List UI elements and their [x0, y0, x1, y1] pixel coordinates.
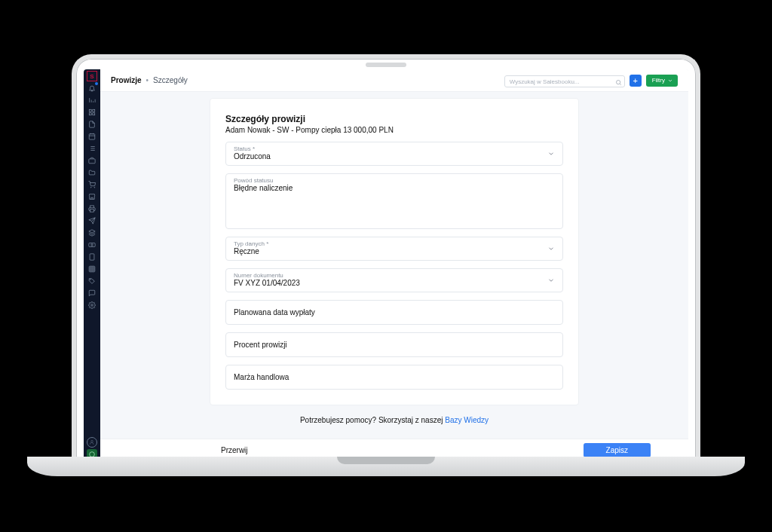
nav-layers-icon[interactable]: [87, 228, 97, 238]
chevron-down-icon: [547, 147, 555, 161]
card-title: Szczegóły prowizji: [225, 114, 563, 124]
search-input[interactable]: [504, 75, 625, 87]
nav-settings-icon[interactable]: [87, 300, 97, 310]
svg-rect-11: [90, 254, 94, 260]
data-type-value: Ręczne: [234, 247, 555, 255]
doc-number-value: FV XYZ 01/04/2023: [234, 279, 555, 287]
payout-date-field[interactable]: Planowana data wypłaty: [225, 300, 563, 325]
search: [504, 73, 625, 88]
nav-grid-icon[interactable]: [87, 264, 97, 274]
margin-placeholder: Marża handlowa: [234, 370, 555, 384]
chevron-down-icon: [547, 274, 555, 287]
breadcrumb-sep: •: [146, 76, 149, 84]
svg-rect-5: [89, 159, 95, 164]
nav-folder-icon[interactable]: [87, 167, 97, 178]
cancel-button[interactable]: Przerwij: [221, 446, 248, 454]
svg-rect-9: [89, 243, 95, 247]
breadcrumb: Prowizje • Szczegóły: [111, 76, 188, 84]
status-label: Status *: [234, 145, 555, 152]
svg-rect-3: [93, 113, 95, 115]
sidebar: S: [84, 69, 100, 461]
nav-chat-icon[interactable]: [87, 288, 97, 298]
nav-device-icon[interactable]: [87, 252, 97, 262]
detail-card: Szczegóły prowizji Adam Nowak - SW - Pom…: [210, 98, 579, 405]
svg-point-10: [91, 244, 93, 246]
nav-calendar-icon[interactable]: [87, 131, 97, 142]
svg-rect-1: [93, 109, 95, 112]
main: Prowizje • Szczegóły + Filtry: [100, 69, 688, 461]
svg-rect-8: [90, 209, 94, 212]
svg-point-17: [616, 80, 620, 84]
content: Szczegóły prowizji Adam Nowak - SW - Pom…: [100, 92, 688, 461]
filter-button-label: Filtry: [652, 77, 665, 84]
save-button[interactable]: Zapisz: [584, 443, 651, 457]
svg-rect-12: [89, 266, 95, 272]
svg-point-6: [90, 187, 91, 188]
nav-notifications-icon[interactable]: [87, 83, 97, 93]
svg-rect-0: [89, 109, 91, 112]
svg-point-14: [91, 304, 93, 307]
status-reason-field[interactable]: Powód statusu Błędne naliczenie: [225, 173, 563, 229]
breadcrumb-root[interactable]: Prowizje: [111, 76, 142, 84]
help-text: Potrzebujesz pomocy? Skorzystaj z naszej: [300, 416, 443, 424]
topbar: Prowizje • Szczegóły + Filtry: [100, 69, 688, 92]
nav-money-icon[interactable]: [87, 240, 97, 250]
filter-button[interactable]: Filtry: [646, 75, 678, 87]
add-button[interactable]: +: [630, 75, 642, 87]
app-logo[interactable]: S: [87, 71, 97, 81]
user-avatar[interactable]: [87, 437, 97, 448]
nav-print-icon[interactable]: [87, 203, 97, 214]
nav-cart-icon[interactable]: [87, 179, 97, 190]
svg-point-7: [94, 187, 95, 188]
card-subtitle: Adam Nowak - SW - Pompy ciepła 13 000,00…: [225, 126, 563, 134]
nav-doc-icon[interactable]: [87, 119, 97, 130]
nav-list-icon[interactable]: [87, 143, 97, 154]
status-field[interactable]: Status * Odrzucona: [225, 142, 563, 166]
status-reason-label: Powód statusu: [234, 177, 555, 184]
nav-chart-icon[interactable]: [87, 95, 97, 105]
chevron-down-icon: [547, 242, 555, 255]
commission-pct-field[interactable]: Procent prowizji: [225, 332, 563, 357]
help-link[interactable]: Bazy Wiedzy: [445, 416, 489, 424]
margin-field[interactable]: Marża handlowa: [225, 365, 563, 390]
svg-point-13: [90, 280, 91, 280]
nav-dashboard-icon[interactable]: [87, 107, 97, 118]
nav-tag-icon[interactable]: [87, 276, 97, 286]
commission-pct-placeholder: Procent prowizji: [234, 338, 555, 352]
nav-send-icon[interactable]: [87, 216, 97, 226]
data-type-field[interactable]: Typ danych * Ręczne: [225, 237, 563, 261]
doc-number-label: Numer dokumentu: [234, 272, 555, 279]
nav-store-icon[interactable]: [87, 191, 97, 202]
payout-date-placeholder: Planowana data wypłaty: [234, 305, 555, 320]
svg-rect-4: [89, 134, 95, 140]
status-reason-value: Błędne naliczenie: [234, 184, 555, 192]
status-value: Odrzucona: [234, 152, 555, 161]
chevron-down-icon: [667, 78, 673, 84]
nav-briefcase-icon[interactable]: [87, 155, 97, 166]
help-line: Potrzebujesz pomocy? Skorzystaj z naszej…: [300, 416, 489, 424]
data-type-label: Typ danych *: [234, 240, 555, 247]
svg-point-15: [91, 440, 93, 442]
search-icon[interactable]: [615, 75, 622, 89]
breadcrumb-current: Szczegóły: [153, 76, 188, 84]
doc-number-field[interactable]: Numer dokumentu FV XYZ 01/04/2023: [225, 268, 563, 292]
svg-rect-2: [89, 113, 91, 115]
